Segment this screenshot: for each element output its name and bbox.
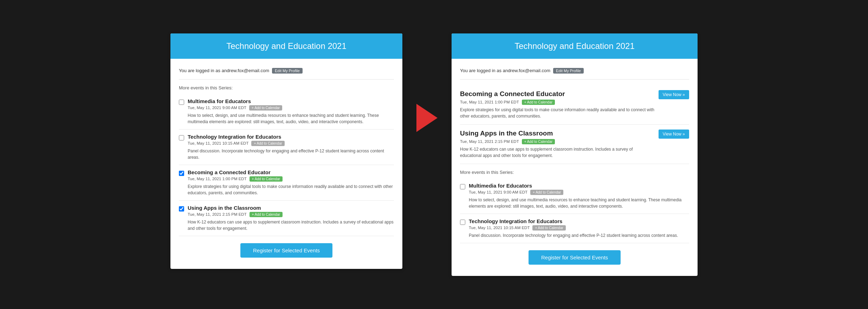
featured-event-left-apps: Using Apps in the Classroom Tue, May 11,…: [460, 130, 655, 159]
featured-date-connected: Tue, May 11, 2021 1:00 PM EDT: [460, 100, 519, 104]
event-content-multimedia: Multimedia for Educators Tue, May 11, 20…: [188, 98, 394, 125]
left-panel-body: You are logged in as andrew.fox@email.co…: [170, 59, 402, 269]
event-checkbox-tech-integration[interactable]: [179, 135, 184, 140]
featured-desc-connected: Explore strategies for using digital too…: [460, 107, 655, 119]
add-cal-btn-connected-educator[interactable]: + Add to Calendar: [250, 176, 283, 182]
featured-add-cal-connected[interactable]: + Add to Calendar: [522, 100, 555, 105]
event-date-connected-educator: Tue, May 11, 2021 1:00 PM EDT: [188, 177, 247, 181]
series-date-tech-integration-right: Tue, May 11, 2021 10:15 AM EDT: [469, 226, 530, 230]
series-content-multimedia-right: Multimedia for Educators Tue, May 11, 20…: [469, 183, 689, 209]
series-checkbox-tech-integration-right[interactable]: [460, 220, 465, 225]
featured-desc-apps: How K-12 educators can use apps to suppl…: [460, 146, 655, 159]
right-panel-title: Technology and Education 2021: [514, 41, 635, 51]
event-title-connected-educator: Becoming a Connected Educator: [188, 169, 394, 175]
register-btn-row-right: Register for Selected Events: [460, 243, 689, 267]
logged-in-bar-right: You are logged in as andrew.fox@email.co…: [460, 64, 689, 80]
event-item-connected-educator: Becoming a Connected Educator Tue, May 1…: [179, 165, 394, 201]
event-desc-connected-educator: Explore strategies for using digital too…: [188, 183, 394, 196]
event-content-connected-educator: Becoming a Connected Educator Tue, May 1…: [188, 169, 394, 196]
series-date-multimedia-right: Tue, May 11, 2021 9:00 AM EDT: [469, 190, 527, 194]
right-panel-body: You are logged in as andrew.fox@email.co…: [452, 59, 698, 276]
register-selected-events-btn-left[interactable]: Register for Selected Events: [240, 243, 332, 258]
event-meta-tech-integration: Tue, May 11, 2021 10:15 AM EDT + Add to …: [188, 141, 394, 146]
featured-add-cal-apps[interactable]: + Add to Calendar: [522, 139, 555, 144]
featured-date-apps: Tue, May 11, 2021 2:15 PM EDT: [460, 139, 519, 144]
featured-title-connected: Becoming a Connected Educator: [460, 90, 655, 98]
add-cal-btn-tech-integration[interactable]: + Add to Calendar: [251, 141, 284, 146]
series-meta-tech-integration-right: Tue, May 11, 2021 10:15 AM EDT + Add to …: [469, 225, 689, 231]
add-cal-btn-multimedia[interactable]: + Add to Calendar: [249, 105, 282, 111]
edit-profile-btn-left[interactable]: Edit My Profile: [272, 68, 303, 74]
series-title-tech-integration-right: Technology Integration for Educators: [469, 218, 689, 224]
event-checkbox-using-apps[interactable]: [179, 206, 184, 212]
event-checkbox-connected-educator[interactable]: [179, 171, 184, 176]
logged-in-bar-left: You are logged in as andrew.fox@email.co…: [179, 64, 394, 80]
event-content-using-apps: Using Apps in the Classroom Tue, May 11,…: [188, 205, 394, 232]
logged-in-text-right: You are logged in as andrew.fox@email.co…: [460, 68, 550, 73]
featured-meta-connected: Tue, May 11, 2021 1:00 PM EDT + Add to C…: [460, 100, 655, 105]
left-panel-title: Technology and Education 2021: [226, 41, 346, 51]
arrow-container: [416, 33, 438, 132]
event-desc-tech-integration: Panel discussion. Incorporate technology…: [188, 148, 394, 160]
series-meta-multimedia-right: Tue, May 11, 2021 9:00 AM EDT + Add to C…: [469, 190, 689, 195]
left-panel-header: Technology and Education 2021: [170, 33, 402, 59]
left-panel-wrapper: Technology and Education 2021 You are lo…: [170, 33, 402, 269]
right-arrow-icon: [416, 104, 438, 132]
series-desc-tech-integration-right: Panel discussion. Incorporate technology…: [469, 232, 689, 239]
series-desc-multimedia-right: How to select, design, and use multimedi…: [469, 197, 689, 209]
series-title-multimedia-right: Multimedia for Educators: [469, 183, 689, 189]
series-label-left: More events in this Series:: [179, 85, 394, 90]
edit-profile-btn-right[interactable]: Edit My Profile: [553, 68, 584, 74]
event-date-multimedia: Tue, May 11, 2021 9:00 AM EDT: [188, 106, 246, 110]
series-label-right: More events in this Series:: [460, 170, 689, 175]
series-event-multimedia-right: Multimedia for Educators Tue, May 11, 20…: [460, 178, 689, 214]
featured-title-apps: Using Apps in the Classroom: [460, 130, 655, 137]
featured-event-connected-educator: Becoming a Connected Educator Tue, May 1…: [460, 85, 689, 125]
right-panel-header: Technology and Education 2021: [452, 33, 698, 59]
event-title-multimedia: Multimedia for Educators: [188, 98, 394, 104]
event-date-using-apps: Tue, May 11, 2021 2:15 PM EDT: [188, 212, 247, 216]
event-date-tech-integration: Tue, May 11, 2021 10:15 AM EDT: [188, 141, 248, 145]
event-meta-using-apps: Tue, May 11, 2021 2:15 PM EDT + Add to C…: [188, 212, 394, 217]
series-event-tech-integration-right: Technology Integration for Educators Tue…: [460, 214, 689, 243]
event-title-using-apps: Using Apps in the Classroom: [188, 205, 394, 211]
event-content-tech-integration: Technology Integration for Educators Tue…: [188, 134, 394, 160]
main-container: Technology and Education 2021 You are lo…: [163, 26, 705, 283]
featured-meta-apps: Tue, May 11, 2021 2:15 PM EDT + Add to C…: [460, 139, 655, 144]
event-meta-multimedia: Tue, May 11, 2021 9:00 AM EDT + Add to C…: [188, 105, 394, 111]
series-checkbox-multimedia-right[interactable]: [460, 184, 465, 189]
view-now-btn-connected[interactable]: View Now »: [659, 90, 689, 99]
register-btn-row-left: Register for Selected Events: [179, 236, 394, 260]
event-checkbox-multimedia[interactable]: [179, 100, 184, 105]
view-now-btn-apps[interactable]: View Now »: [659, 130, 689, 139]
event-title-tech-integration: Technology Integration for Educators: [188, 134, 394, 140]
series-content-tech-integration-right: Technology Integration for Educators Tue…: [469, 218, 689, 239]
left-panel: Technology and Education 2021 You are lo…: [170, 33, 402, 269]
register-selected-events-btn-right[interactable]: Register for Selected Events: [529, 250, 621, 265]
event-item-using-apps: Using Apps in the Classroom Tue, May 11,…: [179, 201, 394, 236]
add-cal-btn-using-apps[interactable]: + Add to Calendar: [250, 212, 283, 217]
logged-in-text-left: You are logged in as andrew.fox@email.co…: [179, 68, 269, 73]
event-meta-connected-educator: Tue, May 11, 2021 1:00 PM EDT + Add to C…: [188, 176, 394, 182]
featured-event-using-apps: Using Apps in the Classroom Tue, May 11,…: [460, 125, 689, 164]
right-panel: Technology and Education 2021 You are lo…: [452, 33, 698, 276]
series-add-cal-tech-integration-right[interactable]: + Add to Calendar: [532, 225, 565, 231]
event-item-tech-integration: Technology Integration for Educators Tue…: [179, 130, 394, 165]
event-desc-multimedia: How to select, design, and use multimedi…: [188, 112, 394, 125]
featured-event-left-connected: Becoming a Connected Educator Tue, May 1…: [460, 90, 655, 119]
series-add-cal-multimedia-right[interactable]: + Add to Calendar: [530, 190, 563, 195]
event-item-multimedia: Multimedia for Educators Tue, May 11, 20…: [179, 94, 394, 130]
event-desc-using-apps: How K-12 educators can use apps to suppl…: [188, 219, 394, 232]
